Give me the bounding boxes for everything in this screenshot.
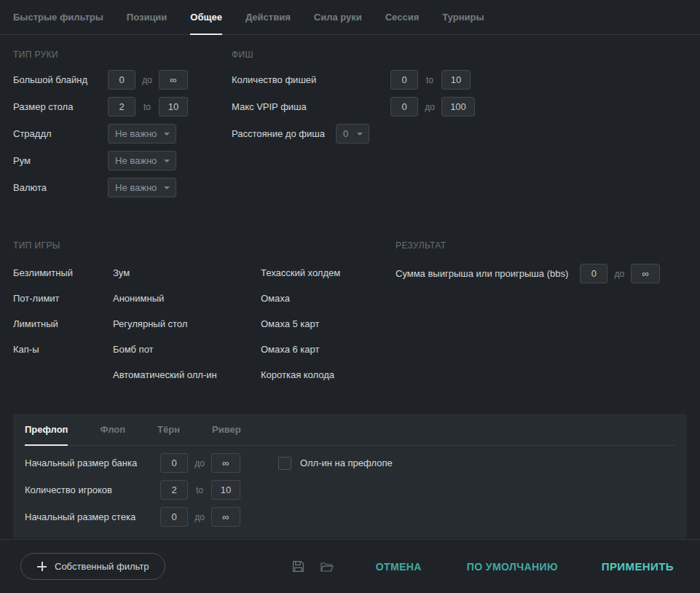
game-type-omaha6[interactable]: Омаха 6 карт [261,337,396,362]
street-tab-flop[interactable]: Флоп [100,414,125,446]
big-blind-separator: до [135,75,159,85]
filter-tabs-bar: Быстрые фильтры Позиции Общее Действия С… [0,0,700,35]
stack-size-from-input[interactable] [160,507,188,527]
players-count-from-input[interactable] [160,480,188,500]
chevron-down-icon [164,133,170,136]
stack-size-row: Начальный размер стека до [25,503,675,530]
players-count-label: Количество игроков [25,484,160,495]
fish-title: ФИШ [232,50,687,60]
players-count-row: Количество игроков to [25,476,675,503]
winloss-label: Сумма выигрыша или проигрыша (bbs) [396,268,568,279]
custom-filter-button[interactable]: Собственный фильтр [20,553,165,580]
pot-size-from-input[interactable] [160,453,188,473]
game-type-texas-holdem[interactable]: Техасский холдем [261,260,396,286]
game-type-short-deck[interactable]: Короткая колода [261,362,396,388]
max-vpip-separator: до [418,102,441,112]
tab-tournaments[interactable]: Турниры [442,0,484,35]
game-type-pot-limit[interactable]: Пот-лимит [13,286,113,311]
game-type-omaha[interactable]: Омаха [261,286,396,311]
fish-count-from-input[interactable] [390,70,418,90]
fish-count-label: Количество фишей [232,74,390,85]
street-filter-panel: Префлоп Флоп Тёрн Ривер Начальный размер… [13,414,687,538]
straddle-row: Страддл Не важно [13,120,232,147]
folder-open-icon [320,561,334,573]
street-tab-turn[interactable]: Тёрн [157,414,180,446]
cancel-button[interactable]: ОТМЕНА [376,561,422,573]
street-tabs-bar: Префлоп Флоп Тёрн Ривер [25,414,675,446]
custom-filter-button-label: Собственный фильтр [55,561,149,572]
result-section: РЕЗУЛЬТАТ Сумма выигрыша или проигрыша (… [396,201,687,388]
room-select-value: Не важно [115,155,157,166]
winloss-to-input[interactable] [631,264,660,283]
big-blind-label: Большой блайнд [13,74,108,85]
players-count-to-input[interactable] [211,480,240,500]
players-count-separator: to [188,485,211,495]
hand-type-title: ТИП РУКИ [13,50,232,60]
save-filter-button[interactable] [289,557,307,576]
game-type-omaha5[interactable]: Омаха 5 карт [261,311,396,337]
tab-general[interactable]: Общее [190,0,222,35]
winloss-from-input[interactable] [580,264,607,283]
stack-size-to-input[interactable] [211,507,240,527]
tab-quick-filters[interactable]: Быстрые фильтры [13,0,103,35]
fish-count-row: Количество фишей to [232,66,687,93]
big-blind-from-input[interactable] [108,70,135,90]
game-type-regular-table[interactable]: Регулярный стол [113,311,261,337]
game-type-anonymous[interactable]: Анонимный [113,286,261,311]
tab-hand-strength[interactable]: Сила руки [314,0,362,35]
fish-count-to-input[interactable] [441,70,471,90]
game-type-auto-allin[interactable]: Автоматический олл-ин [113,362,261,388]
game-type-bomb-pot[interactable]: Бомб пот [113,337,261,362]
pot-size-to-input[interactable] [211,453,240,473]
big-blind-to-input[interactable] [159,70,188,90]
big-blind-row: Большой блайнд до [13,66,232,93]
tab-session[interactable]: Сессия [385,0,419,35]
max-vpip-row: Макс VPIP фиша до [232,93,687,120]
street-tab-river[interactable]: Ривер [212,414,241,446]
room-select[interactable]: Не важно [108,151,176,170]
save-icon [292,560,304,573]
max-vpip-from-input[interactable] [390,97,418,117]
footer-bar: Собственный фильтр ОТМЕНА ПО УМОЛЧАНИЮ П… [0,539,700,593]
game-type-fixed-limit[interactable]: Лимитный [13,311,113,337]
table-size-separator: to [135,102,159,112]
game-type-caps[interactable]: Кап-ы [13,337,113,362]
game-type-column-variant: Техасский холдем Омаха Омаха 5 карт Омах… [261,260,396,388]
fish-distance-row: Расстояние до фиша 0 [232,120,687,147]
allin-preflop-check-group[interactable]: Олл-ин на префлопе [278,457,393,470]
allin-preflop-checkbox[interactable] [278,457,291,470]
tab-actions[interactable]: Действия [245,0,291,35]
chevron-down-icon [164,160,170,162]
plus-icon [37,562,47,571]
allin-preflop-label: Олл-ин на префлопе [300,457,393,468]
max-vpip-label: Макс VPIP фиша [232,101,390,112]
pot-size-row: Начальный размер банка до Олл-ин на преф… [25,449,675,476]
tab-positions[interactable]: Позиции [127,0,168,35]
room-label: Рум [13,155,108,166]
default-button[interactable]: ПО УМОЛЧАНИЮ [467,561,558,573]
straddle-select[interactable]: Не важно [108,124,176,144]
game-type-no-limit[interactable]: Безлимитный [13,260,113,286]
winloss-separator: до [607,269,631,279]
apply-button[interactable]: ПРИМЕНИТЬ [602,560,674,573]
street-tab-preflop[interactable]: Префлоп [25,414,68,446]
result-title: РЕЗУЛЬТАТ [396,240,687,251]
game-type-zoom[interactable]: Зум [113,260,261,286]
fish-distance-select[interactable]: 0 [336,124,369,144]
table-size-label: Размер стола [13,101,108,112]
currency-select-value: Не важно [115,182,157,193]
game-type-title: ТИП ИГРЫ [13,240,396,251]
open-filter-button[interactable] [318,558,337,576]
max-vpip-to-input[interactable] [441,97,475,117]
fish-count-separator: to [418,75,441,85]
fish-section: ФИШ Количество фишей to Макс VPIP фиша д… [232,35,687,201]
straddle-select-value: Не важно [115,128,157,139]
straddle-label: Страддл [13,128,108,139]
table-size-to-input[interactable] [159,97,188,117]
game-type-column-limits: Безлимитный Пот-лимит Лимитный Кап-ы [13,260,113,388]
winloss-row: Сумма выигрыша или проигрыша (bbs) до [396,260,687,287]
room-row: Рум Не важно [13,147,232,174]
table-size-from-input[interactable] [108,97,135,117]
fish-distance-label: Расстояние до фиша [232,128,325,139]
currency-select[interactable]: Не важно [108,178,176,197]
